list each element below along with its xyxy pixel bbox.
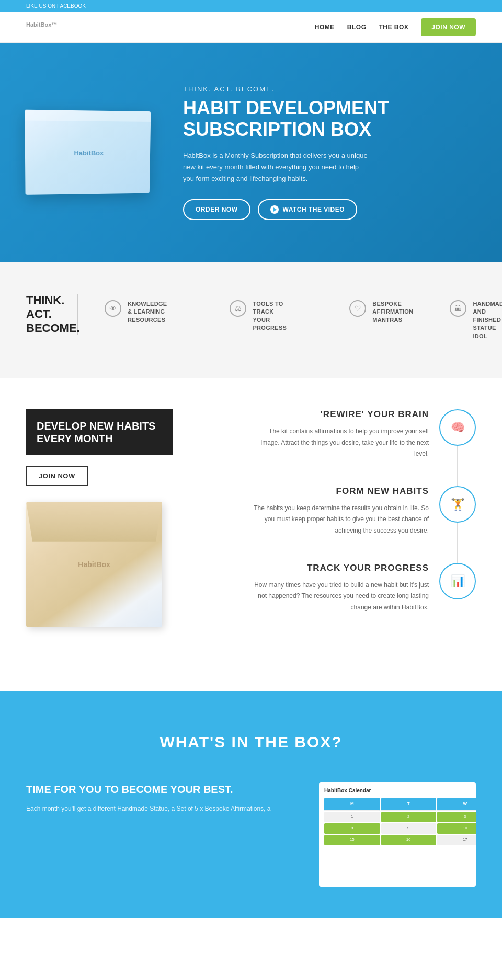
habits-title: FORM NEW HABITS	[193, 486, 429, 497]
brain-icon-circle: 🧠	[439, 409, 476, 446]
top-bar: LIKE US ON FACEBOOK	[0, 0, 502, 12]
habits-icon-circle: 🏋	[439, 486, 476, 523]
blue-section: WHAT'S IN THE BOX? TIME FOR YOU TO BECOM…	[0, 691, 502, 918]
hero-box-label: HabitBox	[74, 148, 104, 156]
habits-text: FORM NEW HABITS The habits you keep dete…	[193, 486, 429, 537]
hero-title: HABIT DEVELOPMENT SUBSCRIPTION BOX	[183, 97, 476, 141]
hero-content: THINK. ACT. BECOME. HABIT DEVELOPMENT SU…	[162, 85, 476, 220]
watch-video-button[interactable]: WATCH THE VIDEO	[258, 199, 358, 220]
heart-icon: ♡	[349, 300, 366, 317]
track-progress-section: TRACK YOUR PROGRESS How many times have …	[193, 563, 476, 614]
logo-text: HabitBox	[26, 21, 51, 28]
form-habits-section: FORM NEW HABITS The habits you keep dete…	[193, 486, 476, 537]
feature-knowledge-label: KNOWLEDGE & LEARNING RESOURCES	[128, 300, 167, 324]
top-bar-text: LIKE US ON FACEBOOK	[26, 3, 86, 9]
blue-content: TIME FOR YOU TO BECOME YOUR BEST. Each m…	[26, 782, 476, 887]
timeline-line-1	[457, 446, 458, 486]
feature-item-statue: 🏛 HANDMADE AND FINISHED STATUE IDOL	[439, 294, 502, 347]
scale-icon: ⚖	[230, 300, 246, 317]
develop-title: DEVELOP NEW HABITS EVERY MONTH	[37, 420, 162, 445]
blue-left-desc: Each month you'll get a different Handma…	[26, 803, 298, 815]
cal-cell-10: 10	[437, 823, 476, 834]
feature-item-knowledge: 👁 KNOWLEDGE & LEARNING RESOURCES	[94, 294, 177, 330]
product-box-image	[26, 502, 162, 627]
nav-the-box[interactable]: THE BOX	[379, 24, 408, 31]
nav-join-now[interactable]: JOIN NOW	[421, 18, 476, 36]
main-section: DEVELOP NEW HABITS EVERY MONTH JOIN NOW …	[0, 378, 502, 691]
cal-day-m: M	[324, 798, 380, 811]
feature-statue-label: HANDMADE AND FINISHED STATUE IDOL	[473, 300, 502, 340]
nav-blog[interactable]: BLOG	[347, 24, 367, 31]
brain-icon: 🧠	[451, 421, 465, 434]
header: HabitBox™ HOME BLOG THE BOX JOIN NOW	[0, 12, 502, 43]
cal-cell-1: 1	[324, 812, 380, 822]
hero-product-box: HabitBox	[26, 111, 162, 194]
think-act-tagline: THINK. ACT. BECOME.	[26, 294, 78, 335]
timeline-line-2	[457, 523, 458, 563]
blue-right: HabitBox Calendar M T W T F S S 1 2 3 4 …	[319, 782, 476, 887]
left-column: DEVELOP NEW HABITS EVERY MONTH JOIN NOW	[26, 409, 173, 660]
right-column: 'REWIRE' YOUR BRAIN The kit contains aff…	[193, 409, 476, 660]
calendar-grid: M T W T F S S 1 2 3 4 5 6 7 8 9 10	[324, 798, 471, 845]
feature-tools-label: TOOLS TO TRACK YOUR PROGRESS	[253, 300, 287, 332]
hero-subtitle: THINK. ACT. BECOME.	[183, 85, 476, 93]
feature-bespoke-label: BESPOKE AFFIRMATION MANTRAS	[372, 300, 413, 324]
progress-text: TRACK YOUR PROGRESS How many times have …	[193, 563, 429, 614]
rewire-brain-section: 'REWIRE' YOUR BRAIN The kit contains aff…	[193, 409, 476, 460]
feature-item-bespoke: ♡ BESPOKE AFFIRMATION MANTRAS	[339, 294, 424, 330]
cal-cell-16: 16	[381, 835, 436, 845]
cal-cell-17: 17	[437, 835, 476, 845]
blue-left-title: TIME FOR YOU TO BECOME YOUR BEST.	[26, 782, 298, 796]
habits-desc: The habits you keep determine the result…	[251, 503, 429, 537]
progress-desc: How many times have you tried to build a…	[251, 580, 429, 614]
progress-icon: 📊	[451, 574, 465, 588]
order-now-button[interactable]: ORDER NOW	[183, 199, 250, 220]
calendar-visual: HabitBox Calendar M T W T F S S 1 2 3 4 …	[319, 782, 476, 887]
cal-day-t: T	[381, 798, 436, 811]
logo[interactable]: HabitBox™	[26, 20, 57, 34]
statue-icon: 🏛	[450, 300, 466, 317]
whats-in-box-title: WHAT'S IN THE BOX?	[26, 733, 476, 751]
develop-banner: DEVELOP NEW HABITS EVERY MONTH	[26, 409, 173, 455]
hero-description: HabitBox is a Monthly Subscription that …	[183, 150, 371, 185]
feature-item-tools: ⚖ TOOLS TO TRACK YOUR PROGRESS	[219, 294, 297, 339]
cal-cell-8: 8	[324, 823, 380, 834]
features-inner: THINK. ACT. BECOME. 👁 KNOWLEDGE & LEARNI…	[26, 294, 476, 347]
calendar-month: HabitBox Calendar	[324, 788, 371, 793]
box-lid	[26, 502, 162, 542]
blue-left: TIME FOR YOU TO BECOME YOUR BEST. Each m…	[26, 782, 298, 887]
cal-cell-2: 2	[381, 812, 436, 822]
eye-icon: 👁	[105, 300, 121, 317]
rewire-desc: The kit contains affirmations to help yo…	[251, 426, 429, 460]
cal-day-w: W	[437, 798, 476, 811]
progress-title: TRACK YOUR PROGRESS	[193, 563, 429, 573]
rewire-text: 'REWIRE' YOUR BRAIN The kit contains aff…	[193, 409, 429, 460]
calendar-header: HabitBox Calendar	[324, 788, 471, 793]
play-icon	[270, 205, 279, 214]
progress-icon-circle: 📊	[439, 563, 476, 599]
nav-home[interactable]: HOME	[315, 24, 335, 31]
rewire-title: 'REWIRE' YOUR BRAIN	[193, 409, 429, 420]
cal-cell-3: 3	[437, 812, 476, 822]
features-strip: THINK. ACT. BECOME. 👁 KNOWLEDGE & LEARNI…	[0, 262, 502, 378]
cal-cell-9: 9	[381, 823, 436, 834]
cal-cell-15: 15	[324, 835, 380, 845]
habits-icon: 🏋	[451, 498, 465, 511]
hero-section: HabitBox THINK. ACT. BECOME. HABIT DEVEL…	[0, 43, 502, 262]
nav: HOME BLOG THE BOX JOIN NOW	[315, 18, 476, 36]
hero-buttons: ORDER NOW WATCH THE VIDEO	[183, 199, 476, 220]
hero-box-visual: HabitBox	[25, 110, 151, 195]
join-now-button[interactable]: JOIN NOW	[26, 466, 88, 486]
logo-tm: ™	[51, 21, 57, 28]
